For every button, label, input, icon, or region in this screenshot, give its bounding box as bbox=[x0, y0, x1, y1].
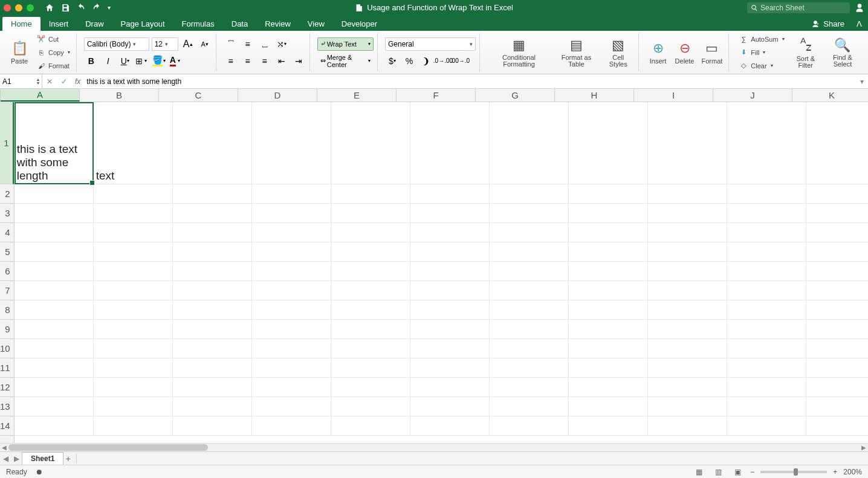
row-header-11[interactable]: 11 bbox=[0, 358, 14, 378]
cell-H12[interactable] bbox=[569, 378, 648, 396]
conditional-formatting-button[interactable]: ▦Conditional Formatting bbox=[487, 36, 551, 69]
cell-K5[interactable] bbox=[806, 242, 868, 261]
cell-B9[interactable] bbox=[94, 320, 173, 338]
cell-C5[interactable] bbox=[173, 242, 252, 261]
column-header-I[interactable]: I bbox=[634, 89, 713, 102]
align-right-button[interactable]: ≡ bbox=[257, 54, 272, 68]
cell-B7[interactable] bbox=[94, 281, 173, 300]
column-header-A[interactable]: A bbox=[1, 89, 80, 102]
cell-I5[interactable] bbox=[648, 242, 727, 261]
increase-font-size-button[interactable]: A▴ bbox=[181, 37, 195, 51]
cell-F4[interactable] bbox=[410, 223, 490, 242]
italic-button[interactable]: I bbox=[101, 54, 115, 68]
sheet-tab-sheet1[interactable]: Sheet1 bbox=[22, 452, 63, 465]
column-header-B[interactable]: B bbox=[80, 89, 159, 102]
cell-H3[interactable] bbox=[569, 204, 648, 222]
cell-D9[interactable] bbox=[252, 320, 331, 338]
cell-H5[interactable] bbox=[569, 242, 648, 261]
cell-B5[interactable] bbox=[94, 242, 173, 261]
scroll-right-icon[interactable]: ▶ bbox=[860, 444, 868, 451]
cell-G1[interactable] bbox=[490, 102, 569, 184]
cell-K12[interactable] bbox=[806, 378, 868, 396]
cell-I8[interactable] bbox=[648, 300, 727, 319]
row-header-13[interactable]: 13 bbox=[0, 397, 14, 416]
row-header-8[interactable]: 8 bbox=[0, 300, 14, 320]
percent-button[interactable]: % bbox=[402, 54, 416, 68]
cell-E8[interactable] bbox=[331, 300, 410, 319]
row-header-9[interactable]: 9 bbox=[0, 320, 14, 339]
cell-A1[interactable]: this is a text with some length bbox=[15, 102, 94, 184]
increase-decimal-button[interactable]: .0→.00 bbox=[436, 54, 450, 68]
cell-B14[interactable] bbox=[94, 416, 173, 435]
cell-H10[interactable] bbox=[569, 339, 648, 358]
column-header-D[interactable]: D bbox=[238, 89, 317, 102]
fill-button[interactable]: ⬇Fill▾ bbox=[736, 47, 786, 59]
cell-I13[interactable] bbox=[648, 397, 727, 416]
search-sheet-box[interactable]: Search Sheet bbox=[747, 2, 850, 13]
cells-area[interactable]: this is a text with some lengthtext bbox=[15, 102, 868, 443]
cell-C8[interactable] bbox=[173, 300, 252, 319]
row-header-10[interactable]: 10 bbox=[0, 339, 14, 358]
cell-D6[interactable] bbox=[252, 262, 331, 280]
align-left-button[interactable]: ≡ bbox=[224, 54, 238, 68]
cell-D1[interactable] bbox=[252, 102, 331, 184]
cell-E11[interactable] bbox=[331, 358, 410, 377]
fill-color-button[interactable]: 🪣▾ bbox=[152, 54, 166, 68]
row-header-6[interactable]: 6 bbox=[0, 262, 14, 281]
row-header-5[interactable]: 5 bbox=[0, 242, 14, 262]
cell-A5[interactable] bbox=[15, 242, 94, 261]
column-header-E[interactable]: E bbox=[317, 89, 397, 102]
cell-B11[interactable] bbox=[94, 358, 173, 377]
cell-C13[interactable] bbox=[173, 397, 252, 416]
cell-D12[interactable] bbox=[252, 378, 331, 396]
formula-input[interactable]: this is a text with some length bbox=[84, 77, 856, 86]
cell-I1[interactable] bbox=[648, 102, 727, 184]
cell-K11[interactable] bbox=[806, 358, 868, 377]
merge-center-button[interactable]: ⇔ Merge & Center ▾ bbox=[317, 54, 374, 68]
cell-A13[interactable] bbox=[15, 397, 94, 416]
cell-K3[interactable] bbox=[806, 204, 868, 222]
cell-E13[interactable] bbox=[331, 397, 410, 416]
scroll-left-icon[interactable]: ◀ bbox=[0, 444, 8, 451]
cell-D3[interactable] bbox=[252, 204, 331, 222]
cell-F8[interactable] bbox=[410, 300, 490, 319]
comma-button[interactable]: ❩ bbox=[419, 54, 433, 68]
cell-E6[interactable] bbox=[331, 262, 410, 280]
decrease-indent-button[interactable]: ⇤ bbox=[274, 54, 289, 68]
align-middle-button[interactable]: ≡ bbox=[241, 37, 255, 51]
tab-review[interactable]: Review bbox=[256, 17, 299, 31]
cell-G7[interactable] bbox=[490, 281, 569, 300]
cell-F13[interactable] bbox=[410, 397, 490, 416]
cell-G11[interactable] bbox=[490, 358, 569, 377]
cell-H13[interactable] bbox=[569, 397, 648, 416]
next-sheet-button[interactable]: ▶ bbox=[11, 454, 22, 463]
delete-cells-button[interactable]: ⊖Delete bbox=[673, 39, 697, 66]
cell-K13[interactable] bbox=[806, 397, 868, 416]
format-as-table-button[interactable]: ▤Format as Table bbox=[553, 36, 600, 69]
cell-F7[interactable] bbox=[410, 281, 490, 300]
cell-H11[interactable] bbox=[569, 358, 648, 377]
cut-button[interactable]: ✂️Cut bbox=[34, 33, 73, 45]
copy-button[interactable]: ⎘Copy▾ bbox=[34, 47, 73, 59]
redo-icon[interactable] bbox=[92, 3, 102, 13]
fx-icon[interactable]: fx bbox=[75, 77, 80, 86]
cell-G12[interactable] bbox=[490, 378, 569, 396]
cell-C3[interactable] bbox=[173, 204, 252, 222]
name-box[interactable]: A1 ▴▾ bbox=[0, 74, 42, 88]
minimize-window-button[interactable] bbox=[15, 4, 22, 11]
expand-formula-bar-button[interactable]: ▾ bbox=[856, 77, 868, 86]
tab-data[interactable]: Data bbox=[223, 17, 256, 31]
cell-G4[interactable] bbox=[490, 223, 569, 242]
cell-H6[interactable] bbox=[569, 262, 648, 280]
cell-J5[interactable] bbox=[727, 242, 806, 261]
cell-styles-button[interactable]: ▧Cell Styles bbox=[602, 36, 635, 69]
cell-I2[interactable] bbox=[648, 184, 727, 203]
cell-K8[interactable] bbox=[806, 300, 868, 319]
cell-F10[interactable] bbox=[410, 339, 490, 358]
cell-A9[interactable] bbox=[15, 320, 94, 338]
cell-G10[interactable] bbox=[490, 339, 569, 358]
cell-G5[interactable] bbox=[490, 242, 569, 261]
share-button[interactable]: Share bbox=[805, 17, 850, 31]
align-center-button[interactable]: ≡ bbox=[241, 54, 255, 68]
number-format-combo[interactable]: General▾ bbox=[385, 37, 476, 51]
